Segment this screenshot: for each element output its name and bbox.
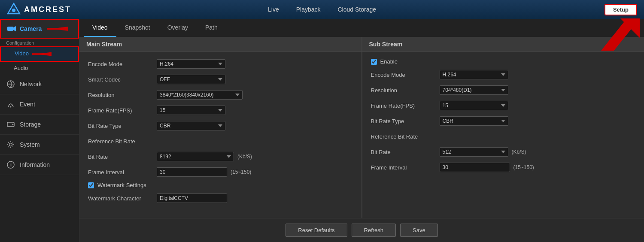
sub-frame-rate-row: Frame Rate(FPS) 15 25 30 — [371, 100, 636, 111]
audio-label: Audio — [14, 65, 28, 71]
sidebar-item-event[interactable]: Event — [0, 94, 79, 115]
sub-bit-rate-type-label: Bit Rate Type — [371, 118, 440, 124]
sub-frame-rate-select[interactable]: 15 25 30 — [440, 101, 508, 110]
sidebar-item-camera[interactable]: Camera — [0, 19, 79, 39]
encode-mode-select[interactable]: H.264 H.265 MJPEG — [157, 59, 225, 69]
tab-path[interactable]: Path — [197, 19, 226, 37]
sub-stream-enable-row: Enable — [371, 58, 636, 65]
camera-label: Camera — [20, 25, 42, 32]
information-icon: i — [6, 160, 15, 169]
frame-interval-input[interactable] — [157, 167, 227, 177]
watermark-settings-label: Watermark Settings — [97, 182, 146, 188]
sidebar: Camera Configuration Video Audio — [0, 19, 79, 242]
frame-rate-select[interactable]: 15 25 30 — [157, 106, 225, 115]
sub-frame-rate-label: Frame Rate(FPS) — [371, 103, 440, 109]
bit-rate-row: Bit Rate 8192 4096 2048 1024 (Kb/S) — [88, 151, 353, 162]
sub-stream-form: Enable Encode Mode H.264 H.265 MJPEG Res… — [362, 56, 644, 180]
bit-rate-select[interactable]: 8192 4096 2048 1024 — [157, 152, 234, 161]
bit-rate-type-select[interactable]: CBR VBR — [157, 121, 225, 130]
sub-encode-mode-label: Encode Mode — [371, 72, 440, 78]
bit-rate-type-row: Bit Rate Type CBR VBR — [88, 120, 353, 131]
svg-text:i: i — [10, 162, 12, 167]
form-area: Main Stream Encode Mode H.264 H.265 MJPE… — [79, 37, 644, 218]
watermark-settings-row: Watermark Settings — [88, 182, 353, 188]
svg-rect-8 — [47, 28, 64, 30]
bit-rate-label: Bit Rate — [88, 154, 157, 160]
save-button[interactable]: Save — [400, 224, 438, 237]
network-label: Network — [20, 81, 42, 88]
tab-overlay[interactable]: Overlay — [159, 19, 197, 37]
sub-stream-enable-checkbox[interactable] — [371, 59, 377, 65]
resolution-select[interactable]: 3840*2160(3840x2160) 1920*1080 1280*720 — [157, 90, 243, 100]
setup-button[interactable]: Setup — [605, 4, 637, 15]
video-label: Video — [15, 50, 29, 57]
bit-rate-type-label: Bit Rate Type — [88, 123, 157, 129]
svg-point-15 — [12, 124, 14, 125]
nav-live[interactable]: Live — [268, 6, 279, 13]
refresh-button[interactable]: Refresh — [352, 224, 396, 237]
frame-rate-label: Frame Rate(FPS) — [88, 107, 157, 114]
encode-mode-label: Encode Mode — [88, 61, 157, 67]
tab-video[interactable]: Video — [84, 19, 116, 37]
svg-point-16 — [9, 143, 12, 146]
network-icon — [6, 79, 15, 89]
frame-interval-row: Frame Interval (15~150) — [88, 166, 353, 178]
sub-bit-rate-unit: (Kb/S) — [512, 149, 526, 155]
camera-icon — [7, 24, 16, 33]
sub-reference-bit-rate-row: Reference Bit Rate — [371, 131, 636, 142]
video-arrow-icon — [32, 50, 52, 58]
main-stream-header: Main Stream — [79, 37, 361, 51]
resolution-label: Resolution — [88, 92, 157, 98]
sub-bit-rate-select[interactable]: 512 256 128 — [440, 147, 508, 157]
sub-frame-interval-label: Frame Interval — [371, 164, 440, 171]
main-layout: Camera Configuration Video Audio — [0, 19, 644, 242]
event-label: Event — [20, 101, 35, 108]
main-stream-form: Encode Mode H.264 H.265 MJPEG Smart Code… — [79, 56, 361, 211]
sidebar-item-video[interactable]: Video — [0, 46, 79, 62]
sub-bit-rate-label: Bit Rate — [371, 149, 440, 155]
system-label: System — [20, 141, 40, 148]
storage-label: Storage — [20, 121, 41, 128]
svg-point-2 — [12, 9, 15, 12]
smart-codec-select[interactable]: OFF ON — [157, 75, 225, 84]
sidebar-item-storage[interactable]: Storage — [0, 115, 79, 135]
watermark-character-input[interactable] — [157, 194, 227, 203]
nav-playback[interactable]: Playback — [296, 6, 321, 13]
svg-rect-10 — [32, 53, 48, 55]
sub-encode-mode-select[interactable]: H.264 H.265 MJPEG — [440, 70, 508, 79]
tab-snapshot[interactable]: Snapshot — [116, 19, 159, 37]
sub-frame-interval-input[interactable] — [440, 163, 510, 172]
svg-point-13 — [10, 106, 12, 108]
main-stream-panel: Main Stream Encode Mode H.264 H.265 MJPE… — [79, 37, 361, 218]
top-nav: AMCREST Live Playback Cloud Storage Setu… — [0, 0, 644, 19]
svg-rect-5 — [7, 27, 13, 31]
reference-bit-rate-label: Reference Bit Rate — [88, 138, 157, 145]
tabs: Video Snapshot Overlay Path — [79, 19, 644, 37]
sidebar-item-information[interactable]: i Information — [0, 155, 79, 175]
sub-resolution-select[interactable]: 704*480(D1) 640*480 352*240 — [440, 85, 508, 95]
config-label: Configuration — [0, 39, 79, 46]
nav-cloud-storage[interactable]: Cloud Storage — [337, 6, 376, 13]
resolution-row: Resolution 3840*2160(3840x2160) 1920*108… — [88, 89, 353, 100]
event-icon — [6, 100, 15, 109]
logo-text: AMCREST — [24, 5, 71, 14]
watermark-character-label: Watermark Character — [88, 195, 157, 202]
sub-stream-panel: Sub Stream Enable Encode Mode H.264 H.26… — [362, 37, 644, 218]
reset-defaults-button[interactable]: Reset Defaults — [286, 224, 347, 237]
bottom-bar: Reset Defaults Refresh Save — [79, 218, 644, 242]
camera-arrow-icon — [47, 24, 68, 33]
nav-links: Live Playback Cloud Storage — [268, 6, 376, 13]
sidebar-item-audio[interactable]: Audio — [0, 62, 79, 74]
sidebar-item-system[interactable]: System — [0, 135, 79, 155]
svg-marker-6 — [13, 26, 16, 31]
reference-bit-rate-row: Reference Bit Rate — [88, 136, 353, 147]
sidebar-item-network[interactable]: Network — [0, 74, 79, 94]
sub-bit-rate-type-select[interactable]: CBR VBR — [440, 116, 508, 126]
frame-interval-range: (15~150) — [231, 169, 251, 175]
smart-codec-label: Smart Codec — [88, 76, 157, 83]
amcrest-logo-icon — [7, 3, 21, 16]
sub-stream-enable-label: Enable — [380, 58, 398, 65]
content-area: Video Snapshot Overlay Path Main Stream … — [79, 19, 644, 242]
watermark-checkbox[interactable] — [88, 182, 94, 188]
sub-bit-rate-type-row: Bit Rate Type CBR VBR — [371, 115, 636, 127]
